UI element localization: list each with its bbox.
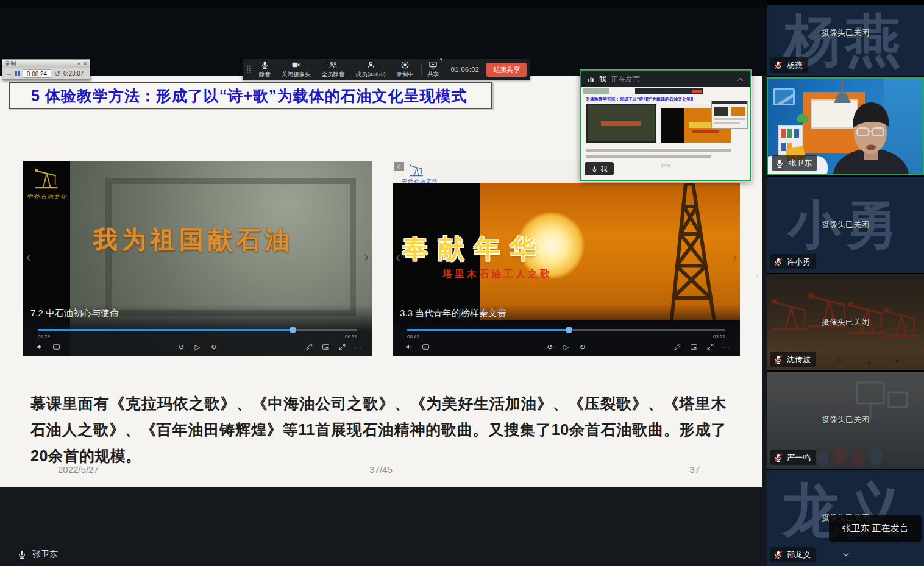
camera-off-text: 摄像头已关闭 <box>767 27 924 38</box>
recorder-pause-icon[interactable] <box>15 71 20 76</box>
participant-name-badge: 许小勇 <box>770 254 816 269</box>
camera-off-text: 摄像头已关闭 <box>767 414 924 425</box>
carousel-next-icon[interactable]: › <box>364 250 369 264</box>
recorder-dropdown-icon[interactable]: ▾ <box>77 61 80 66</box>
player2-video-title: 奉献年华 <box>402 232 546 266</box>
sidebar-collapse-tab[interactable]: › <box>752 263 762 286</box>
carousel-next-icon[interactable]: › <box>732 250 737 264</box>
participant-name: 严一鸣 <box>787 452 811 463</box>
recording-label: 录制中 <box>397 71 414 79</box>
participant-tile-yanyiming[interactable]: 摄像头已关闭 严一鸣 <box>767 372 924 469</box>
microphone-icon <box>591 166 598 172</box>
recording-widget-title: 录制 <box>5 60 16 68</box>
fullscreen-icon[interactable] <box>338 343 346 351</box>
mini-page-indicator: 37/45 <box>661 164 670 168</box>
player1-right-controls: ⋯ <box>305 343 362 351</box>
current-speaker-name: 张卫东 <box>32 549 58 560</box>
mute-button[interactable]: 静音 <box>254 60 276 79</box>
slide-date: 2022/5/27 <box>58 464 99 475</box>
mini-text-line <box>586 149 731 152</box>
rewind-icon[interactable]: ↺ <box>178 343 184 352</box>
player2-left-controls <box>405 343 430 351</box>
video-player-1[interactable]: 中外石油文化 我为祖国献石油 7.2 中石油初心与使命 01:28 06:31 <box>23 161 372 356</box>
share-button[interactable]: 共享 ▾ <box>424 60 446 79</box>
microphone-icon <box>260 60 269 69</box>
slide-paragraph: 慕课里面有《克拉玛依之歌》、《中海油公司之歌》、《为美好生活加油》、《压裂歌》、… <box>30 391 727 469</box>
preview-me-label: 我 <box>599 74 606 85</box>
microphone-muted-icon <box>773 60 783 70</box>
player1-progress-bar[interactable] <box>38 329 357 331</box>
participant-name-badge: 严一鸣 <box>770 450 816 465</box>
annotate-pen-icon[interactable] <box>305 343 313 351</box>
mini-recorder <box>583 88 609 94</box>
volume-icon[interactable] <box>405 343 413 351</box>
mute-all-label: 全员静音 <box>322 71 345 79</box>
recording-widget-titlebar[interactable]: 录制 ▾ ✕ <box>2 60 90 68</box>
carousel-prev-icon[interactable]: ‹ <box>396 250 400 264</box>
drag-grip-icon[interactable] <box>245 65 252 74</box>
participant-tile-shenchuanbo[interactable]: 摄像头已关闭 沈传波 <box>767 274 924 370</box>
share-screen-icon <box>428 60 438 69</box>
participant-tile-xuxiaoyong[interactable]: 小勇 摄像头已关闭 许小勇 <box>767 177 924 273</box>
forward-icon[interactable]: ↻ <box>580 343 586 352</box>
player1-left-controls <box>35 343 60 351</box>
slide-title: 5 体验教学方法：形成了以“诗+歌”为载体的石油文化呈现模式 <box>31 86 467 106</box>
end-share-button[interactable]: 结束共享 <box>486 63 527 77</box>
members-button[interactable]: 成员(43/55) <box>350 60 391 79</box>
collapse-preview-icon[interactable] <box>736 76 744 83</box>
participant-name-badge: 杨燕 <box>770 57 808 73</box>
video-player-2[interactable]: 中外石油文化 奉献年华 塔里木石油工人之歌 3.3 当代青年的榜样秦文贵 00:… <box>393 161 740 356</box>
rewind-icon[interactable]: ↺ <box>547 343 553 352</box>
volume-icon[interactable] <box>35 343 43 351</box>
forward-icon[interactable]: ↻ <box>211 343 217 352</box>
participant-name: 邵龙义 <box>787 550 811 561</box>
subtitles-icon[interactable] <box>52 343 60 351</box>
microphone-muted-icon <box>773 550 783 560</box>
more-options-icon[interactable]: ⋯ <box>723 344 730 350</box>
player1-control-overlay: 7.2 中石油初心与使命 01:28 06:31 ↺ ▷ ↻ <box>23 305 372 356</box>
play-icon[interactable]: ▷ <box>563 343 569 352</box>
recorder-undo-icon[interactable]: ↺ <box>54 70 60 77</box>
participant-tile-yangyan[interactable]: 杨燕 摄像头已关闭 杨燕 <box>767 5 924 76</box>
camera-label: 关闭摄像头 <box>282 71 311 79</box>
microphone-muted-icon <box>773 355 783 364</box>
speaker-video-person <box>813 83 923 174</box>
fullscreen-icon[interactable] <box>706 343 714 351</box>
carousel-prev-icon[interactable]: ‹ <box>26 250 31 264</box>
subtitles-icon[interactable] <box>422 343 430 351</box>
mute-all-button[interactable]: 全员静音 <box>316 60 350 79</box>
player2-caption: 3.3 当代青年的榜样秦文贵 <box>400 308 506 319</box>
slide-page-indicator: 37/45 <box>369 464 393 475</box>
recording-controls: → 0:00:24 ↺ 0:23:07 <box>2 68 90 79</box>
share-caret-icon[interactable]: ▾ <box>440 57 442 62</box>
player2-progress-bar[interactable] <box>407 329 725 331</box>
back-button[interactable] <box>394 162 404 171</box>
scroll-down-chevron-icon[interactable] <box>839 550 853 559</box>
player1-logo-text: 中外石油文化 <box>26 193 68 201</box>
player2-right-controls: ⋯ <box>673 343 730 351</box>
recorder-total-time: 0:23:07 <box>63 70 84 77</box>
camera-off-text: 摄像头已关闭 <box>767 317 924 328</box>
recorder-next-icon[interactable]: → <box>5 70 12 77</box>
microphone-icon <box>775 158 784 168</box>
recorder-close-icon[interactable]: ✕ <box>83 61 87 66</box>
participant-name-badge: 张卫东 <box>772 155 817 171</box>
camera-button[interactable]: 关闭摄像头 <box>276 60 316 79</box>
play-icon[interactable]: ▷ <box>194 343 200 352</box>
picture-in-picture-icon[interactable] <box>690 343 698 351</box>
recording-status-button[interactable]: 录制中 <box>391 60 420 79</box>
preview-header[interactable]: 我 正在发言 <box>581 71 750 87</box>
share-label: 共享 <box>427 71 439 79</box>
mute-label: 静音 <box>259 71 271 79</box>
player2-video-frame[interactable]: 奉献年华 塔里木石油工人之歌 <box>393 183 740 320</box>
participant-name: 许小勇 <box>787 256 811 267</box>
player2-logo-text: 中外石油文化 <box>397 177 441 185</box>
picture-in-picture-icon[interactable] <box>322 343 330 351</box>
toolbar-divider <box>421 63 422 76</box>
recording-widget[interactable]: 录制 ▾ ✕ → 0:00:24 ↺ 0:23:07 <box>2 59 90 80</box>
annotate-pen-icon[interactable] <box>673 343 681 351</box>
more-options-icon[interactable]: ⋯ <box>355 344 362 350</box>
screen-share-preview-window[interactable]: 我 正在发言 5 体验教学方法：形成了以“诗+歌”为载体的石油文化呈现模式 37… <box>580 70 751 181</box>
pumpjack-logo-icon <box>32 164 61 191</box>
participant-tile-zhangweidong[interactable]: 张卫东 <box>767 77 924 175</box>
